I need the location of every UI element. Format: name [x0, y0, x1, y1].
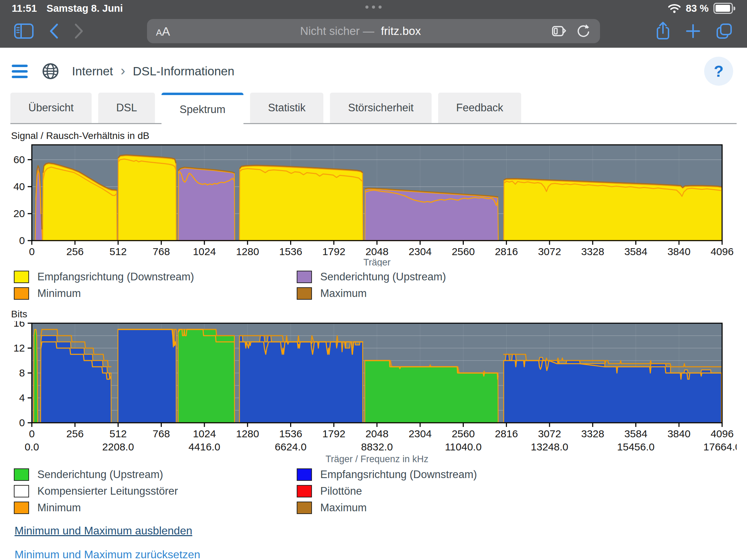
- legend-label: Minimum: [37, 502, 81, 514]
- svg-text:Träger / Frequenz in kHz: Träger / Frequenz in kHz: [325, 454, 428, 464]
- breadcrumb-section[interactable]: Internet: [72, 64, 113, 78]
- svg-text:12: 12: [13, 342, 25, 354]
- svg-text:6624.0: 6624.0: [275, 441, 307, 452]
- svg-text:2304: 2304: [408, 428, 432, 439]
- svg-text:2560: 2560: [452, 246, 475, 257]
- sidebar-toggle-button[interactable]: [14, 23, 34, 39]
- bits-legend: Senderichtung (Upstream)Empfangsrichtung…: [14, 468, 737, 514]
- tab--bersicht[interactable]: Übersicht: [10, 93, 92, 123]
- svg-text:3072: 3072: [538, 428, 561, 439]
- tab-bar: ÜbersichtDSLSpektrumStatistikStörsicherh…: [10, 93, 737, 124]
- svg-text:4: 4: [19, 392, 25, 403]
- share-icon: [655, 21, 671, 41]
- snr-chart: 0256512768102412801536179220482304256028…: [10, 143, 737, 267]
- legend-swatch: [14, 468, 29, 481]
- menu-button[interactable]: [12, 65, 28, 78]
- bits-chart: 0256512768102412801536179220482304256028…: [10, 321, 737, 464]
- svg-text:2560: 2560: [452, 428, 475, 439]
- svg-text:3584: 3584: [624, 428, 647, 439]
- legend-item: Pilottöne: [297, 485, 737, 497]
- svg-text:15456.0: 15456.0: [617, 441, 654, 452]
- wifi-icon: [668, 3, 681, 13]
- svg-text:0: 0: [19, 235, 25, 246]
- legend-label: Senderichtung (Upstream): [320, 271, 446, 283]
- address-bar[interactable]: AA Nicht sicher — fritz.box: [147, 19, 600, 43]
- forward-button[interactable]: [73, 22, 85, 40]
- new-tab-button[interactable]: [685, 23, 701, 39]
- svg-text:2208.0: 2208.0: [102, 441, 134, 452]
- svg-text:2816: 2816: [495, 428, 518, 439]
- legend-item: Maximum: [297, 287, 737, 300]
- svg-text:3584: 3584: [624, 246, 647, 257]
- fritzbox-page: Internet › DSL-Informationen ? Übersicht…: [0, 48, 747, 560]
- tab-statistik[interactable]: Statistik: [250, 93, 324, 123]
- reload-icon[interactable]: [576, 24, 591, 39]
- tab-spektrum[interactable]: Spektrum: [162, 93, 243, 124]
- legend-label: Maximum: [320, 502, 367, 514]
- svg-text:0: 0: [29, 428, 35, 439]
- svg-text:Träger: Träger: [363, 257, 391, 267]
- svg-text:17664.0: 17664.0: [703, 441, 737, 452]
- clock: 11:51: [12, 3, 37, 14]
- svg-text:1280: 1280: [236, 428, 259, 439]
- battery-percent: 83 %: [686, 3, 709, 14]
- tabs-icon: [715, 22, 733, 40]
- tab-overview-button[interactable]: [715, 22, 733, 40]
- svg-text:512: 512: [109, 428, 127, 439]
- safari-toolbar: AA Nicht sicher — fritz.box: [0, 15, 747, 48]
- legend-item: Minimum: [14, 287, 297, 300]
- legend-item: Empfangsrichtung (Downstream): [297, 468, 737, 481]
- status-indicators: 83 %: [668, 3, 735, 14]
- svg-text:1024: 1024: [193, 246, 216, 257]
- svg-text:13248.0: 13248.0: [531, 441, 568, 452]
- svg-text:256: 256: [66, 246, 84, 257]
- svg-text:3840: 3840: [667, 246, 691, 257]
- svg-text:2048: 2048: [366, 428, 389, 439]
- legend-swatch: [14, 502, 29, 514]
- svg-text:16: 16: [13, 321, 25, 329]
- svg-text:2304: 2304: [408, 246, 432, 257]
- legend-label: Pilottöne: [320, 485, 362, 497]
- legend-label: Kompensierter Leitungsstörer: [37, 485, 178, 497]
- legend-swatch: [14, 287, 29, 300]
- text-size-button[interactable]: AA: [156, 25, 170, 37]
- help-button[interactable]: ?: [704, 57, 733, 86]
- legend-swatch: [14, 271, 29, 283]
- url-text: Nicht sicher — fritz.box: [170, 25, 551, 38]
- svg-text:11040.0: 11040.0: [445, 441, 481, 452]
- hide-min-max-link[interactable]: Minimum und Maximum ausblenden: [15, 524, 737, 537]
- tab-st-rsicherheit[interactable]: Störsicherheit: [330, 93, 432, 123]
- reset-min-max-link[interactable]: Minimum und Maximum zurücksetzen: [15, 548, 737, 560]
- share-button[interactable]: [655, 21, 671, 41]
- back-button[interactable]: [48, 22, 59, 40]
- legend-label: Empfangsrichtung (Downstream): [320, 468, 477, 481]
- svg-text:3840: 3840: [667, 428, 691, 439]
- svg-text:768: 768: [153, 246, 170, 257]
- globe-icon: [42, 62, 59, 80]
- legend-swatch: [297, 287, 312, 300]
- svg-text:4096: 4096: [711, 428, 734, 439]
- legend-swatch: [297, 502, 312, 514]
- tab-feedback[interactable]: Feedback: [438, 93, 521, 123]
- svg-text:3072: 3072: [538, 246, 561, 257]
- svg-text:768: 768: [153, 428, 170, 439]
- website-settings-icon[interactable]: [551, 24, 567, 38]
- svg-text:4096: 4096: [711, 246, 734, 257]
- bits-chart-title: Bits: [11, 309, 737, 320]
- svg-text:40: 40: [13, 181, 25, 192]
- svg-text:3328: 3328: [581, 428, 604, 439]
- legend-item: Senderichtung (Upstream): [297, 271, 737, 283]
- legend-label: Maximum: [320, 287, 367, 300]
- legend-label: Senderichtung (Upstream): [37, 468, 163, 481]
- tab-dsl[interactable]: DSL: [98, 93, 155, 123]
- svg-text:2816: 2816: [495, 246, 518, 257]
- chevron-right-icon: ›: [121, 64, 125, 79]
- svg-text:256: 256: [66, 428, 84, 439]
- svg-text:8832.0: 8832.0: [361, 441, 393, 452]
- breadcrumb: Internet › DSL-Informationen: [72, 64, 234, 79]
- plus-icon: [685, 23, 701, 39]
- svg-text:20: 20: [13, 208, 25, 219]
- svg-text:4416.0: 4416.0: [188, 441, 220, 452]
- svg-text:1024: 1024: [193, 428, 216, 439]
- snr-legend: Empfangsrichtung (Downstream)Senderichtu…: [14, 271, 737, 300]
